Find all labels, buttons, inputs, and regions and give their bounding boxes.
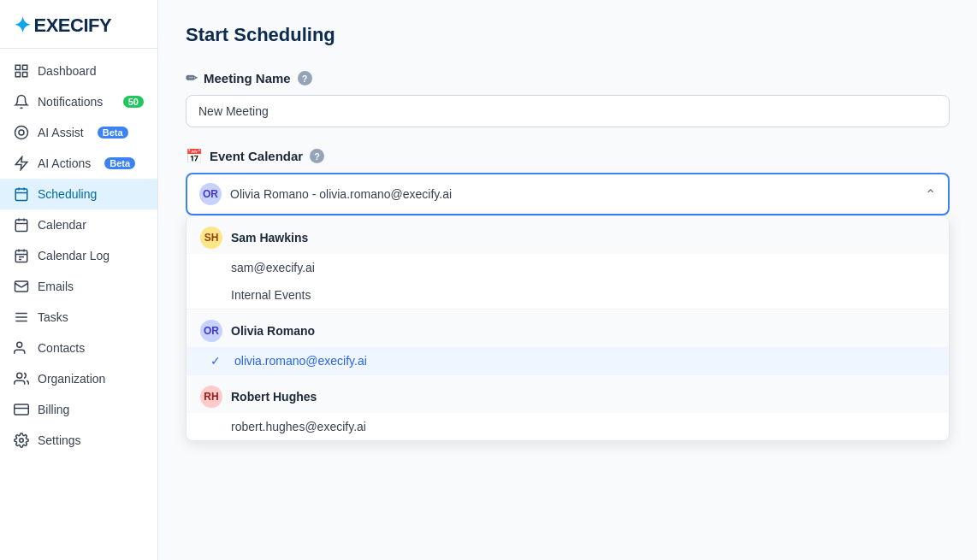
- svg-rect-7: [15, 189, 27, 201]
- logo-text: ✦ EXECIFY: [14, 14, 144, 38]
- event-calendar-help-icon[interactable]: ?: [310, 149, 324, 163]
- event-calendar-label: Event Calendar: [210, 149, 303, 163]
- sidebar-item-label-organization: Organization: [38, 372, 105, 386]
- sidebar-item-label-calendar-log: Calendar Log: [38, 249, 110, 262]
- dropdown-item-sam-internal[interactable]: Internal Events: [187, 281, 949, 309]
- sidebar-item-settings[interactable]: Settings: [0, 425, 157, 456]
- robert-hughes-avatar: RH: [200, 386, 222, 408]
- ai-actions-badge: Beta: [104, 157, 135, 169]
- sam-internal-label: Internal Events: [231, 288, 311, 302]
- svg-point-4: [15, 127, 28, 139]
- sidebar-item-label-settings: Settings: [38, 433, 81, 447]
- sam-hawkins-avatar: SH: [200, 227, 222, 249]
- svg-rect-27: [15, 404, 29, 415]
- olivia-romano-avatar: OR: [200, 320, 222, 342]
- olivia-email-label: olivia.romano@execify.ai: [234, 354, 367, 368]
- dropdown-group-olivia-romano: OROlivia Romano✓olivia.romano@execify.ai: [187, 309, 949, 375]
- calendar-icon: 📅: [186, 148, 203, 164]
- dropdown-group-header-sam-hawkins: SHSam Hawkins: [187, 216, 949, 254]
- sidebar-item-label-contacts: Contacts: [38, 341, 85, 355]
- event-calendar-label-row: 📅 Event Calendar ?: [186, 148, 950, 164]
- dropdown-group-sam-hawkins: SHSam Hawkinssam@execify.aiInternal Even…: [187, 216, 949, 309]
- notifications-badge: 50: [123, 96, 144, 108]
- ai-assist-icon: [14, 125, 29, 140]
- scheduling-icon: [14, 186, 29, 202]
- settings-icon: [14, 433, 29, 448]
- logo-icon: ✦: [14, 14, 31, 38]
- meeting-name-label: Meeting Name: [204, 71, 291, 85]
- robert-hughes-name: Robert Hughes: [231, 390, 317, 404]
- dashboard-icon: [14, 63, 29, 79]
- svg-rect-21: [15, 281, 28, 292]
- dropdown-group-header-olivia-romano: OROlivia Romano: [187, 309, 949, 347]
- selected-avatar: OR: [199, 183, 222, 205]
- calendar-dropdown-menu: SHSam Hawkinssam@execify.aiInternal Even…: [186, 215, 950, 441]
- sidebar-item-label-dashboard: Dashboard: [38, 64, 97, 78]
- olivia-romano-name: Olivia Romano: [231, 324, 315, 338]
- dropdown-group-robert-hughes: RHRobert Hughesrobert.hughes@execify.ai: [187, 375, 949, 440]
- tasks-icon: [14, 309, 29, 325]
- sidebar-item-ai-actions[interactable]: AI ActionsBeta: [0, 148, 157, 179]
- page-title: Start Scheduling: [186, 24, 950, 46]
- dropdown-item-olivia-email[interactable]: ✓olivia.romano@execify.ai: [187, 347, 949, 374]
- svg-point-25: [17, 342, 22, 347]
- sidebar-item-billing[interactable]: Billing: [0, 394, 157, 425]
- pencil-icon: ✏: [186, 70, 197, 86]
- ai-actions-icon: [14, 156, 29, 171]
- logo: ✦ EXECIFY: [0, 0, 157, 49]
- sam-hawkins-name: Sam Hawkins: [231, 231, 308, 245]
- chevron-up-icon: ⌃: [925, 186, 936, 203]
- meeting-name-help-icon[interactable]: ?: [298, 71, 312, 85]
- contacts-icon: [14, 340, 29, 356]
- sidebar-item-label-ai-assist: AI Assist: [38, 126, 84, 139]
- sidebar-item-scheduling[interactable]: Scheduling: [0, 179, 157, 209]
- sidebar: ✦ EXECIFY DashboardNotifications50AI Ass…: [0, 0, 158, 560]
- sidebar-item-organization[interactable]: Organization: [0, 363, 157, 394]
- organization-icon: [14, 371, 29, 386]
- event-calendar-section: 📅 Event Calendar ? OR Olivia Romano - ol…: [186, 148, 950, 215]
- svg-point-29: [20, 439, 24, 443]
- calendar-dropdown-trigger[interactable]: OR Olivia Romano - olivia.romano@execify…: [186, 173, 950, 215]
- sidebar-item-label-ai-actions: AI Actions: [38, 156, 91, 170]
- svg-rect-0: [15, 65, 20, 69]
- svg-rect-3: [15, 73, 20, 77]
- svg-point-26: [17, 373, 22, 378]
- calendar-icon: [14, 217, 29, 233]
- robert-email-label: robert.hughes@execify.ai: [231, 420, 366, 433]
- selected-calendar-label: Olivia Romano - olivia.romano@execify.ai: [230, 187, 452, 201]
- svg-rect-1: [23, 65, 27, 69]
- notifications-icon: [14, 94, 29, 109]
- sidebar-item-label-notifications: Notifications: [38, 95, 103, 109]
- main-content: Start Scheduling ✏ Meeting Name ? 📅 Even…: [158, 0, 977, 560]
- ai-assist-badge: Beta: [98, 127, 128, 139]
- meeting-name-label-row: ✏ Meeting Name ?: [186, 70, 950, 86]
- dropdown-item-sam-email[interactable]: sam@execify.ai: [187, 254, 949, 281]
- logo-label: EXECIFY: [34, 15, 112, 37]
- sidebar-item-emails[interactable]: Emails: [0, 271, 157, 302]
- dropdown-item-robert-email[interactable]: robert.hughes@execify.ai: [187, 413, 949, 440]
- sidebar-item-label-calendar: Calendar: [38, 218, 86, 232]
- check-icon: ✓: [210, 354, 221, 368]
- sidebar-nav: DashboardNotifications50AI AssistBetaAI …: [0, 49, 157, 560]
- sidebar-item-calendar-log[interactable]: Calendar Log: [0, 240, 157, 271]
- sidebar-item-label-scheduling: Scheduling: [38, 187, 97, 201]
- calendar-dropdown: OR Olivia Romano - olivia.romano@execify…: [186, 173, 950, 215]
- sam-email-label: sam@execify.ai: [231, 261, 315, 274]
- svg-marker-6: [15, 157, 27, 170]
- dropdown-group-header-robert-hughes: RHRobert Hughes: [187, 375, 949, 413]
- emails-icon: [14, 279, 29, 294]
- calendar-log-icon: [14, 248, 29, 263]
- svg-rect-2: [23, 73, 27, 77]
- sidebar-item-ai-assist[interactable]: AI AssistBeta: [0, 117, 157, 148]
- sidebar-item-tasks[interactable]: Tasks: [0, 302, 157, 333]
- sidebar-item-calendar[interactable]: Calendar: [0, 209, 157, 240]
- billing-icon: [14, 402, 29, 417]
- sidebar-item-contacts[interactable]: Contacts: [0, 333, 157, 363]
- sidebar-item-label-emails: Emails: [38, 280, 74, 293]
- meeting-name-input[interactable]: [186, 95, 950, 127]
- sidebar-item-label-tasks: Tasks: [38, 310, 68, 324]
- svg-point-5: [19, 130, 24, 135]
- sidebar-item-dashboard[interactable]: Dashboard: [0, 56, 157, 86]
- svg-rect-11: [15, 220, 27, 232]
- sidebar-item-notifications[interactable]: Notifications50: [0, 86, 157, 117]
